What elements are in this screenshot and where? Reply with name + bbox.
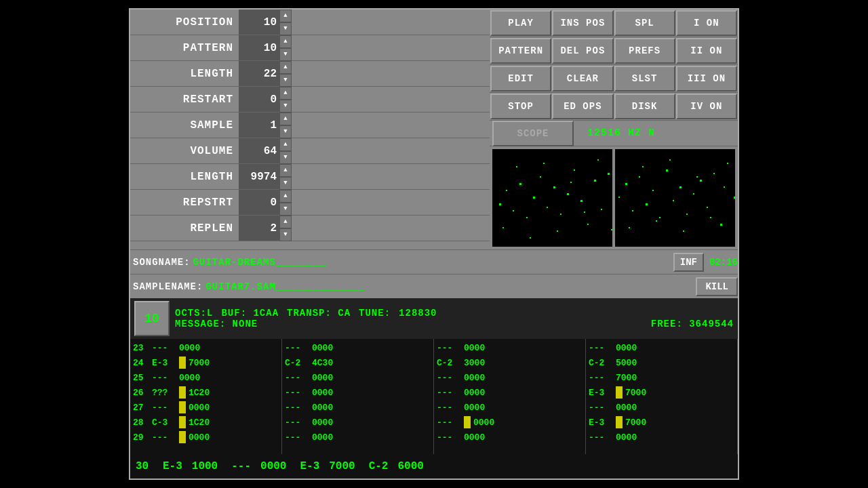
svg-rect-24 <box>530 237 531 239</box>
sample-up[interactable]: ▲ <box>279 113 292 125</box>
stop-button[interactable]: STOP <box>490 94 551 119</box>
sample-down[interactable]: ▼ <box>279 125 292 138</box>
pattern-row-c4-24: C-2 5000 <box>587 355 736 370</box>
scope-waveform-left <box>492 149 612 247</box>
pattern-down[interactable]: ▼ <box>279 48 292 61</box>
on-button-2[interactable]: II ON <box>676 38 737 64</box>
pattern-up[interactable]: ▲ <box>279 35 292 48</box>
svg-rect-10 <box>567 193 569 195</box>
replen-up[interactable]: ▲ <box>279 216 292 228</box>
pattern-row-26: 26 ??? 1C20 <box>132 385 280 400</box>
position-value: 10 <box>239 9 279 35</box>
button-row-4: STOP ED OPS DISK IV ON <box>490 93 738 121</box>
svg-rect-34 <box>625 183 627 185</box>
volume-row: VOLUME 64 ▲ ▼ <box>130 138 490 164</box>
length-up[interactable]: ▲ <box>279 61 292 74</box>
length2-label: LENGTH <box>130 171 239 183</box>
repstrt-spinner[interactable]: ▲ ▼ <box>279 190 292 216</box>
volume-spinner[interactable]: ▲ ▼ <box>279 138 292 164</box>
replen-label: REPLEN <box>130 222 239 235</box>
songname-value[interactable]: GUITAR-DREAMS________ <box>193 257 327 268</box>
svg-rect-49 <box>727 163 728 164</box>
svg-rect-39 <box>659 217 660 218</box>
tune-label: TUNE: <box>359 308 391 319</box>
samplename-value[interactable]: GUITAR7.SAM______________ <box>205 281 365 292</box>
pattern-row-c2-25: --- 0000 <box>283 370 432 385</box>
svg-rect-29 <box>597 159 599 161</box>
position-down[interactable]: ▼ <box>279 22 292 35</box>
clear-button[interactable]: CLEAR <box>552 66 613 92</box>
bar-c4-26 <box>616 386 623 399</box>
del-pos-button[interactable]: DEL POS <box>552 38 613 64</box>
edit-button[interactable]: EDIT <box>490 66 551 92</box>
on-button-3[interactable]: III ON <box>676 66 737 92</box>
svg-rect-45 <box>700 180 702 182</box>
restart-label: RESTART <box>130 94 239 106</box>
replen-down[interactable]: ▼ <box>279 228 292 241</box>
ed-ops-button[interactable]: ED OPS <box>552 94 613 119</box>
svg-rect-61 <box>710 217 711 218</box>
svg-rect-13 <box>587 224 589 225</box>
length-down[interactable]: ▼ <box>279 74 292 87</box>
position-label: POSITION <box>130 16 239 28</box>
svg-rect-59 <box>683 230 684 232</box>
pattern-row: PATTERN 10 ▲ ▼ <box>130 35 490 61</box>
scope-canvas-left <box>492 149 612 247</box>
pattern-row-c2-27: --- 0000 <box>283 400 432 415</box>
pattern-row-c4-25: --- 7000 <box>587 370 736 385</box>
on-button-4[interactable]: IV ON <box>676 94 737 119</box>
pattern-value: 10 <box>239 35 279 60</box>
scope-button[interactable]: SCOPE <box>492 121 574 146</box>
pattern-col-2: --- 0000 C-2 4C30 --- 0000 --- 0000 --- … <box>282 339 434 454</box>
repstrt-value: 0 <box>239 190 279 215</box>
slst-button[interactable]: SLST <box>614 66 675 92</box>
repstrt-up[interactable]: ▲ <box>279 190 292 203</box>
position-row: POSITION 10 ▲ ▼ <box>130 9 490 35</box>
button-row-3: EDIT CLEAR SLST III ON <box>490 65 738 93</box>
pattern-button[interactable]: PATTERN <box>490 38 551 64</box>
ins-pos-button[interactable]: INS POS <box>552 10 613 36</box>
info-details: OCTS:L BUF: 1CAA TRANSP: CA TUNE: 128830… <box>175 308 734 329</box>
bar-c3-28 <box>464 416 471 428</box>
replen-spinner[interactable]: ▲ ▼ <box>279 216 292 241</box>
kill-button[interactable]: KILL <box>696 277 738 296</box>
pattern-number: 10 <box>134 301 170 336</box>
length2-up[interactable]: ▲ <box>279 164 292 177</box>
length2-spinner[interactable]: ▲ ▼ <box>279 164 292 190</box>
restart-down[interactable]: ▼ <box>279 100 292 113</box>
volume-up[interactable]: ▲ <box>279 138 292 151</box>
on-button-1[interactable]: I ON <box>676 10 737 36</box>
svg-rect-11 <box>574 169 575 171</box>
svg-rect-5 <box>533 197 535 199</box>
restart-up[interactable]: ▲ <box>279 87 292 100</box>
bottom-row-num: 30 <box>136 460 157 472</box>
bar-28 <box>179 416 186 428</box>
prefs-button[interactable]: PREFS <box>614 38 675 64</box>
spl-button[interactable]: SPL <box>614 10 675 36</box>
inf-button[interactable]: INF <box>673 253 704 272</box>
play-button[interactable]: PLAY <box>490 10 551 36</box>
replen-value: 2 <box>239 216 279 241</box>
sample-spinner[interactable]: ▲ ▼ <box>279 113 292 138</box>
position-up[interactable]: ▲ <box>279 9 292 22</box>
pattern-spinner[interactable]: ▲ ▼ <box>279 35 292 61</box>
length-spinner[interactable]: ▲ ▼ <box>279 61 292 87</box>
length2-down[interactable]: ▼ <box>279 177 292 190</box>
disk-button[interactable]: DISK <box>614 94 675 119</box>
pattern-row-c2-29: --- 0000 <box>283 430 432 445</box>
buf-text: BUF: 1CAA <box>221 308 279 319</box>
volume-down[interactable]: ▼ <box>279 151 292 164</box>
svg-rect-55 <box>629 227 630 228</box>
message-text: MESSAGE: NONE <box>175 319 258 329</box>
length-row: LENGTH 22 ▲ ▼ <box>130 61 490 87</box>
left-controls: POSITION 10 ▲ ▼ PATTERN 10 ▲ ▼ LENGTH 22 <box>130 9 490 249</box>
pattern-row-23: 23 --- 0000 <box>132 340 280 355</box>
button-row-2: PATTERN DEL POS PREFS II ON <box>490 37 738 65</box>
sample-value: 1 <box>239 113 279 138</box>
svg-rect-35 <box>632 210 633 211</box>
restart-spinner[interactable]: ▲ ▼ <box>279 87 292 113</box>
pattern-grid: 23 --- 0000 24 E-3 7000 25 --- 0000 26 ?… <box>130 339 738 454</box>
position-spinner[interactable]: ▲ ▼ <box>279 9 292 35</box>
svg-rect-25 <box>543 163 545 164</box>
repstrt-down[interactable]: ▼ <box>279 203 292 216</box>
